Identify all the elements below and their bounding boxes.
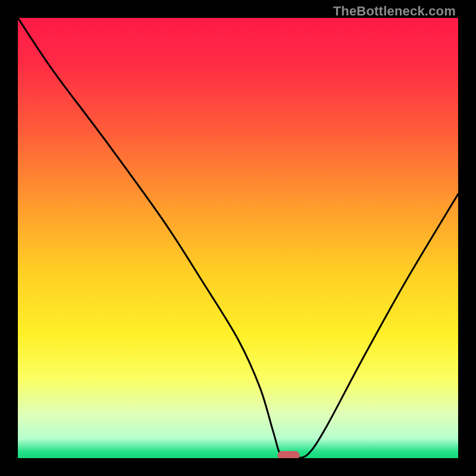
plot-area bbox=[18, 18, 458, 458]
optimal-marker bbox=[278, 451, 300, 458]
chart-frame: TheBottleneck.com bbox=[0, 0, 476, 476]
watermark-text: TheBottleneck.com bbox=[333, 4, 456, 19]
bottleneck-chart bbox=[18, 18, 458, 458]
gradient-background bbox=[18, 18, 458, 458]
